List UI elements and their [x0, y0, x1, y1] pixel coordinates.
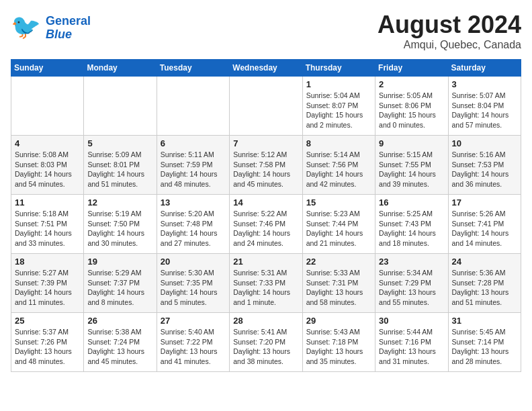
calendar-table: SundayMondayTuesdayWednesdayThursdayFrid… — [11, 59, 521, 372]
day-info: Sunrise: 5:44 AM Sunset: 7:16 PM Dayligh… — [379, 327, 444, 367]
calendar-cell: 11Sunrise: 5:18 AM Sunset: 7:51 PM Dayli… — [11, 195, 84, 254]
day-info: Sunrise: 5:23 AM Sunset: 7:44 PM Dayligh… — [306, 209, 371, 248]
calendar-cell: 28Sunrise: 5:41 AM Sunset: 7:20 PM Dayli… — [230, 313, 302, 372]
calendar-cell: 16Sunrise: 5:25 AM Sunset: 7:43 PM Dayli… — [375, 195, 448, 254]
calendar-cell — [230, 77, 302, 136]
day-info: Sunrise: 5:11 AM Sunset: 7:59 PM Dayligh… — [161, 150, 226, 189]
calendar-cell: 1Sunrise: 5:04 AM Sunset: 8:07 PM Daylig… — [302, 77, 375, 136]
day-number: 21 — [233, 257, 298, 267]
day-number: 3 — [452, 79, 517, 89]
month-title: August 2024 — [378, 11, 521, 39]
day-number: 11 — [15, 197, 80, 208]
day-info: Sunrise: 5:30 AM Sunset: 7:35 PM Dayligh… — [161, 268, 226, 308]
day-number: 1 — [306, 79, 371, 89]
day-info: Sunrise: 5:20 AM Sunset: 7:48 PM Dayligh… — [161, 209, 226, 248]
day-number: 15 — [306, 197, 371, 208]
calendar-cell: 31Sunrise: 5:45 AM Sunset: 7:14 PM Dayli… — [448, 313, 521, 372]
calendar-week-row: 11Sunrise: 5:18 AM Sunset: 7:51 PM Dayli… — [11, 195, 521, 254]
day-number: 24 — [452, 257, 517, 267]
day-info: Sunrise: 5:40 AM Sunset: 7:22 PM Dayligh… — [161, 327, 226, 367]
location: Amqui, Quebec, Canada — [378, 39, 521, 51]
calendar-cell: 30Sunrise: 5:44 AM Sunset: 7:16 PM Dayli… — [375, 313, 448, 372]
day-of-week-header: Saturday — [448, 60, 521, 77]
day-number: 17 — [452, 197, 517, 208]
calendar-cell: 18Sunrise: 5:27 AM Sunset: 7:39 PM Dayli… — [11, 254, 84, 313]
calendar-cell — [84, 77, 157, 136]
day-info: Sunrise: 5:31 AM Sunset: 7:33 PM Dayligh… — [233, 268, 298, 308]
day-info: Sunrise: 5:14 AM Sunset: 7:56 PM Dayligh… — [306, 150, 371, 189]
calendar-cell: 3Sunrise: 5:07 AM Sunset: 8:04 PM Daylig… — [448, 77, 521, 136]
day-info: Sunrise: 5:19 AM Sunset: 7:50 PM Dayligh… — [87, 209, 152, 248]
day-info: Sunrise: 5:09 AM Sunset: 8:01 PM Dayligh… — [87, 150, 152, 189]
calendar-cell: 15Sunrise: 5:23 AM Sunset: 7:44 PM Dayli… — [302, 195, 375, 254]
calendar-header-row: SundayMondayTuesdayWednesdayThursdayFrid… — [11, 60, 521, 77]
logo-text: General Blue — [46, 15, 91, 42]
day-number: 27 — [161, 316, 226, 326]
day-info: Sunrise: 5:43 AM Sunset: 7:18 PM Dayligh… — [306, 327, 371, 367]
day-info: Sunrise: 5:18 AM Sunset: 7:51 PM Dayligh… — [15, 209, 80, 248]
calendar-week-row: 4Sunrise: 5:08 AM Sunset: 8:03 PM Daylig… — [11, 136, 521, 195]
calendar-cell: 5Sunrise: 5:09 AM Sunset: 8:01 PM Daylig… — [84, 136, 157, 195]
day-of-week-header: Friday — [375, 60, 448, 77]
day-number: 30 — [379, 316, 444, 326]
day-of-week-header: Wednesday — [230, 60, 302, 77]
calendar-cell: 26Sunrise: 5:38 AM Sunset: 7:24 PM Dayli… — [84, 313, 157, 372]
day-number: 7 — [233, 138, 298, 148]
day-info: Sunrise: 5:27 AM Sunset: 7:39 PM Dayligh… — [15, 268, 80, 308]
day-number: 19 — [87, 257, 152, 267]
day-info: Sunrise: 5:08 AM Sunset: 8:03 PM Dayligh… — [15, 150, 80, 189]
day-number: 14 — [233, 197, 298, 208]
calendar-week-row: 1Sunrise: 5:04 AM Sunset: 8:07 PM Daylig… — [11, 77, 521, 136]
day-info: Sunrise: 5:25 AM Sunset: 7:43 PM Dayligh… — [379, 209, 444, 248]
calendar-cell — [157, 77, 229, 136]
svg-text:🐦: 🐦 — [11, 12, 41, 41]
day-number: 9 — [379, 138, 444, 148]
logo-bird-icon: 🐦 — [11, 11, 43, 43]
logo: 🐦 General Blue — [11, 11, 91, 46]
calendar-cell: 21Sunrise: 5:31 AM Sunset: 7:33 PM Dayli… — [230, 254, 302, 313]
calendar-cell: 13Sunrise: 5:20 AM Sunset: 7:48 PM Dayli… — [157, 195, 229, 254]
calendar-week-row: 25Sunrise: 5:37 AM Sunset: 7:26 PM Dayli… — [11, 313, 521, 372]
day-info: Sunrise: 5:07 AM Sunset: 8:04 PM Dayligh… — [452, 91, 517, 130]
day-of-week-header: Tuesday — [157, 60, 229, 77]
calendar-cell: 25Sunrise: 5:37 AM Sunset: 7:26 PM Dayli… — [11, 313, 84, 372]
day-of-week-header: Thursday — [302, 60, 375, 77]
calendar-cell: 2Sunrise: 5:05 AM Sunset: 8:06 PM Daylig… — [375, 77, 448, 136]
day-number: 31 — [452, 316, 517, 326]
calendar-cell: 19Sunrise: 5:29 AM Sunset: 7:37 PM Dayli… — [84, 254, 157, 313]
day-info: Sunrise: 5:33 AM Sunset: 7:31 PM Dayligh… — [306, 268, 371, 308]
calendar-cell: 10Sunrise: 5:16 AM Sunset: 7:53 PM Dayli… — [448, 136, 521, 195]
calendar-cell: 27Sunrise: 5:40 AM Sunset: 7:22 PM Dayli… — [157, 313, 229, 372]
calendar-cell — [11, 77, 84, 136]
day-number: 29 — [306, 316, 371, 326]
day-number: 4 — [15, 138, 80, 148]
calendar-cell: 7Sunrise: 5:12 AM Sunset: 7:58 PM Daylig… — [230, 136, 302, 195]
day-number: 13 — [161, 197, 226, 208]
day-number: 25 — [15, 316, 80, 326]
calendar-cell: 20Sunrise: 5:30 AM Sunset: 7:35 PM Dayli… — [157, 254, 229, 313]
calendar-cell: 22Sunrise: 5:33 AM Sunset: 7:31 PM Dayli… — [302, 254, 375, 313]
day-number: 6 — [161, 138, 226, 148]
page-header: 🐦 General Blue August 2024 Amqui, Quebec… — [11, 11, 521, 51]
day-info: Sunrise: 5:15 AM Sunset: 7:55 PM Dayligh… — [379, 150, 444, 189]
day-number: 18 — [15, 257, 80, 267]
day-number: 10 — [452, 138, 517, 148]
calendar-cell: 4Sunrise: 5:08 AM Sunset: 8:03 PM Daylig… — [11, 136, 84, 195]
day-info: Sunrise: 5:05 AM Sunset: 8:06 PM Dayligh… — [379, 91, 444, 130]
day-number: 5 — [87, 138, 152, 148]
day-info: Sunrise: 5:41 AM Sunset: 7:20 PM Dayligh… — [233, 327, 298, 367]
day-of-week-header: Monday — [84, 60, 157, 77]
day-info: Sunrise: 5:22 AM Sunset: 7:46 PM Dayligh… — [233, 209, 298, 248]
calendar-cell: 24Sunrise: 5:36 AM Sunset: 7:28 PM Dayli… — [448, 254, 521, 313]
day-info: Sunrise: 5:12 AM Sunset: 7:58 PM Dayligh… — [233, 150, 298, 189]
day-number: 22 — [306, 257, 371, 267]
day-number: 12 — [87, 197, 152, 208]
day-info: Sunrise: 5:29 AM Sunset: 7:37 PM Dayligh… — [87, 268, 152, 308]
calendar-cell: 6Sunrise: 5:11 AM Sunset: 7:59 PM Daylig… — [157, 136, 229, 195]
calendar-week-row: 18Sunrise: 5:27 AM Sunset: 7:39 PM Dayli… — [11, 254, 521, 313]
calendar-cell: 23Sunrise: 5:34 AM Sunset: 7:29 PM Dayli… — [375, 254, 448, 313]
title-block: August 2024 Amqui, Quebec, Canada — [378, 11, 521, 51]
calendar-cell: 8Sunrise: 5:14 AM Sunset: 7:56 PM Daylig… — [302, 136, 375, 195]
calendar-cell: 14Sunrise: 5:22 AM Sunset: 7:46 PM Dayli… — [230, 195, 302, 254]
day-number: 28 — [233, 316, 298, 326]
